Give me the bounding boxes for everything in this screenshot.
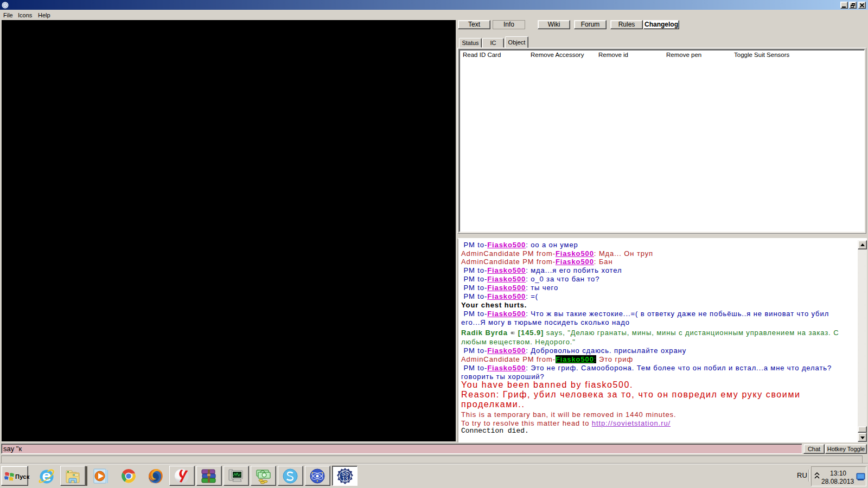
- svg-text:SS: SS: [341, 471, 349, 477]
- svg-text:13: 13: [342, 476, 348, 482]
